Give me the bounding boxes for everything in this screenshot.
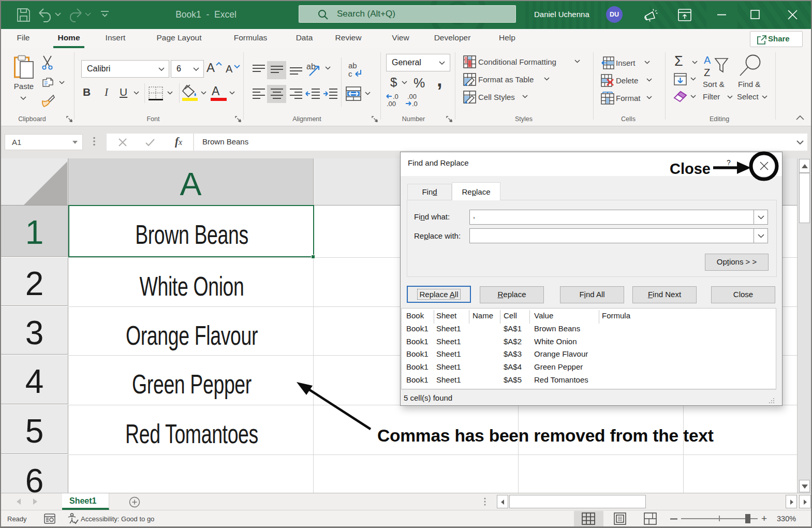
svg-text:.0: .0 — [393, 93, 398, 100]
svg-text:.0: .0 — [412, 100, 418, 107]
svg-text:A: A — [704, 55, 711, 66]
svg-text:ab: ab — [306, 62, 316, 71]
svg-text:c: c — [348, 69, 352, 78]
svg-text:ab: ab — [348, 62, 357, 70]
svg-text:.00: .00 — [387, 100, 396, 107]
svg-text:Z: Z — [704, 67, 710, 77]
svg-text:.00: .00 — [407, 93, 417, 100]
